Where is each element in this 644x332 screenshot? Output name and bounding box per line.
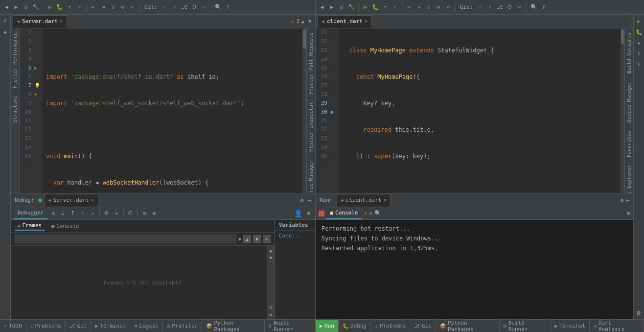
scroll-up-btn[interactable]: ▲ xyxy=(269,248,272,253)
client-dart-tab[interactable]: ◈ client.dart × xyxy=(318,15,372,28)
frames-input-field[interactable] xyxy=(15,235,236,243)
toolbar-icon-refresh[interactable]: ↺ xyxy=(22,3,30,12)
toolbar-icon-git-clock[interactable]: ⏱ xyxy=(190,3,199,12)
console-active-tab[interactable]: ▦ Console xyxy=(326,208,362,219)
tools-align-up-icon[interactable]: ⬆ xyxy=(635,49,644,58)
r-build-file-tab[interactable]: Device File Explorer xyxy=(625,161,633,193)
editor-scroll-up[interactable]: ▲ xyxy=(299,19,306,24)
status-todo[interactable]: ✓ TODO xyxy=(0,320,26,332)
status-git[interactable]: ⎇ Git xyxy=(66,320,92,332)
toolbar-icon-forward[interactable]: ▶ xyxy=(12,3,21,12)
server-dart-tab[interactable]: ◈ Server.dart × xyxy=(13,15,67,28)
frames-btn-down[interactable]: ▼ xyxy=(253,235,261,243)
debug-tb-layout2[interactable]: ⊟ xyxy=(151,210,159,217)
debug-tb-user[interactable]: 👤 xyxy=(294,210,302,217)
toolbar-r-build[interactable]: 🔨 xyxy=(347,3,356,12)
toolbar-r-git2[interactable]: ⇥ xyxy=(414,3,423,12)
toolbar-icon-back[interactable]: ◀ xyxy=(2,3,11,12)
toolbar-icon-profile[interactable]: ⚡ xyxy=(75,3,84,12)
debug-tb-up[interactable]: ⤒ xyxy=(69,210,77,217)
editor-scroll-down[interactable]: ▼ xyxy=(306,19,313,24)
status-logcat[interactable]: ≡ Logcat xyxy=(130,320,163,332)
toolbar-icon-search[interactable]: 🔍 xyxy=(214,3,223,12)
server-dart-tab-close[interactable]: × xyxy=(60,19,63,24)
toolbar-r-clock[interactable]: ⏱ xyxy=(506,3,514,12)
status-problems[interactable]: ⚠ Problems xyxy=(26,320,66,332)
debug-tb-layout[interactable]: ⊞ xyxy=(141,210,149,217)
toolbar-icon-git1[interactable]: ⇤ xyxy=(89,3,98,12)
toolbar-r-run[interactable]: ▶ xyxy=(361,3,370,12)
status-debug-btn[interactable]: 🐛 Debug xyxy=(339,320,371,332)
status-terminal[interactable]: ▶ Terminal xyxy=(91,320,130,332)
toolbar-r-git1[interactable]: ⇤ xyxy=(405,3,414,12)
status-profiler[interactable]: ◎ Profiler xyxy=(163,320,202,332)
toolbar-icon-revert[interactable]: ↩ xyxy=(128,3,137,12)
debug-minimize-icon[interactable]: — xyxy=(308,197,311,204)
resource-manager-tab[interactable]: Resource Manager xyxy=(307,156,315,193)
run-lightning-icon[interactable]: ⚡ xyxy=(364,210,367,216)
run-gutter-icon[interactable]: ▶ xyxy=(34,64,37,72)
toolbar-icon-git-branch[interactable]: ⎇ xyxy=(180,3,189,12)
toolbar-r-prof[interactable]: ⚡ xyxy=(391,3,399,12)
tools-delete-icon[interactable]: 🗑 xyxy=(635,308,644,317)
r-favorites-tab[interactable]: Favorites xyxy=(625,127,633,161)
toolbar-icon-run[interactable]: ▶ xyxy=(46,3,54,12)
toolbar-icon-coverage[interactable]: ☂ xyxy=(65,3,74,12)
debug-file-tab-close[interactable]: × xyxy=(91,197,94,203)
flutter-perf-tab[interactable]: Flutter Performance xyxy=(11,28,19,92)
flutter-inspector-tab[interactable]: Flutter Inspector xyxy=(307,98,315,156)
toolbar-r-git3[interactable]: ↕ xyxy=(424,3,433,12)
status-python-packages-left[interactable]: 📦 Python Packages xyxy=(202,320,265,332)
debug-tb-clock[interactable]: ⏱ xyxy=(127,210,135,217)
run-more-icon[interactable]: ⊞ xyxy=(627,210,630,216)
toolbar-r-gitx[interactable]: ✗ xyxy=(486,3,495,12)
toolbar-r-forward[interactable]: ▶ xyxy=(327,3,336,12)
toolbar-r-branch[interactable]: ⎇ xyxy=(496,3,505,12)
status-terminal-right[interactable]: ▶ Terminal xyxy=(551,320,590,332)
toolbar-r-check[interactable]: ✓ xyxy=(476,3,485,12)
debug-tb-eval[interactable]: ✦ xyxy=(113,210,120,217)
structure-tab[interactable]: Structure xyxy=(11,92,19,126)
debug-tb-watch[interactable]: 👁 xyxy=(103,210,111,217)
run-gear-icon[interactable]: ⚙ xyxy=(621,197,624,204)
frames-btn-add[interactable]: + xyxy=(263,235,271,243)
toolbar-r-search[interactable]: 🔍 xyxy=(529,3,538,12)
toolbar-r-debug[interactable]: 🐛 xyxy=(371,3,380,12)
debugger-tab[interactable]: Debugger xyxy=(14,208,47,219)
toolbar-r-back[interactable]: ◀ xyxy=(318,3,326,12)
run-reload-icon[interactable]: ↺ xyxy=(369,210,372,216)
activity-project[interactable]: P xyxy=(1,17,10,25)
debug-file-tab[interactable]: ◈ Server.dart × xyxy=(44,194,98,207)
toolbar-icon-build[interactable]: 🔨 xyxy=(31,3,40,12)
toolbar-icon-git3[interactable]: ↕ xyxy=(109,3,117,12)
status-build-runner-right[interactable]: ⚙ Build Runner xyxy=(500,320,551,332)
toolbar-r-refresh[interactable]: ↺ xyxy=(337,3,346,12)
status-python-packages-right[interactable]: 📦 Python Packages xyxy=(436,320,500,332)
run-client-tab[interactable]: ◈ client.dart × xyxy=(337,194,391,207)
toolbar-r-git4[interactable]: ⊕ xyxy=(434,3,443,12)
toolbar-r-help[interactable]: ? xyxy=(539,3,548,12)
right-scrollbar[interactable] xyxy=(621,28,624,193)
debug-tb-down[interactable]: ⤓ xyxy=(59,210,67,217)
scroll-more2-btn[interactable]: ≡ xyxy=(269,312,272,317)
toolbar-icon-git-x[interactable]: ✗ xyxy=(170,3,179,12)
debug-tb-more[interactable]: ⊞ xyxy=(304,210,312,217)
debug-gear-icon[interactable]: ⚙ xyxy=(300,197,304,204)
r-build-variants-tab[interactable]: Build Variants xyxy=(625,28,633,77)
run-file-close[interactable]: × xyxy=(383,197,386,203)
toolbar-icon-git2[interactable]: ⇥ xyxy=(99,3,108,12)
debug-tb-resume[interactable]: ↑ xyxy=(79,210,87,217)
activity-dart[interactable]: ◈ xyxy=(1,27,10,36)
frames-tab[interactable]: ◉ Frames xyxy=(15,221,45,231)
bp-gutter-icon[interactable]: ● xyxy=(34,90,37,99)
toolbar-icon-git-undo[interactable]: ↩ xyxy=(200,3,208,12)
toolbar-icon-help[interactable]: ? xyxy=(224,3,232,12)
tools-run-icon[interactable]: ▶ xyxy=(635,17,644,25)
toolbar-r-undo[interactable]: ↩ xyxy=(515,3,524,12)
status-problems-right[interactable]: ⚠ Problems xyxy=(371,320,410,332)
status-run-btn[interactable]: ▶ Run xyxy=(316,320,339,332)
run-search-icon[interactable]: 🔍 xyxy=(374,210,381,216)
toolbar-r-cov[interactable]: ☂ xyxy=(381,3,390,12)
run-stop-btn[interactable] xyxy=(319,211,324,216)
tools-align-down-icon[interactable]: ⬇ xyxy=(635,60,644,69)
